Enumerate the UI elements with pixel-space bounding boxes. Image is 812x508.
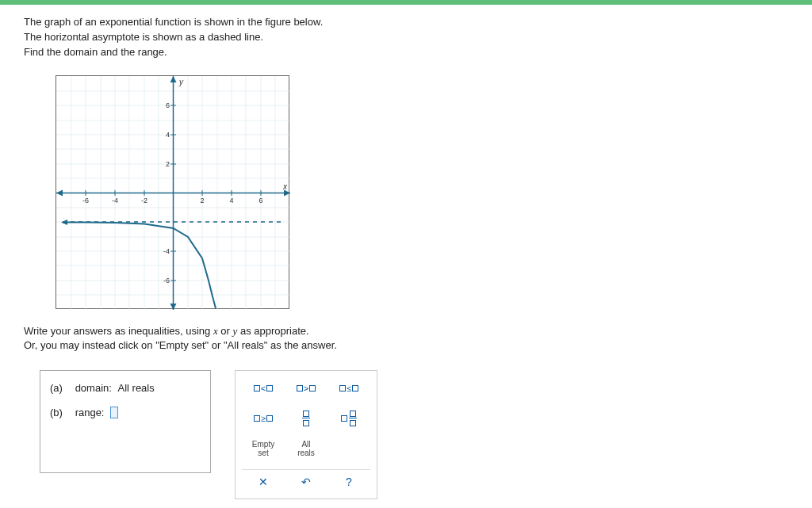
key-greater-than[interactable]: >: [287, 379, 325, 398]
key-spacer: [330, 439, 368, 458]
help-icon: ?: [346, 476, 352, 488]
svg-text:6: 6: [259, 197, 262, 204]
math-keypad: < > ≤ ≥ Empty set All reals: [235, 370, 377, 499]
clear-icon: ✕: [259, 476, 268, 488]
range-input[interactable]: [110, 407, 118, 418]
svg-text:-2: -2: [141, 197, 147, 204]
svg-text:4: 4: [166, 131, 170, 139]
instr-frag-2: or: [218, 325, 233, 337]
graph-figure: -6-4-2246 642-4-6 y x: [56, 75, 289, 309]
part-b-label: (b): [50, 407, 72, 418]
problem-line-1: The graph of an exponential function is …: [24, 16, 788, 29]
svg-marker-32: [170, 76, 177, 82]
svg-text:-4: -4: [163, 247, 170, 255]
keypad-row-2: ≥: [242, 409, 370, 428]
graph-svg: -6-4-2246 642-4-6 y x: [56, 76, 290, 310]
svg-text:6: 6: [166, 101, 170, 109]
part-a-label: (a): [50, 382, 72, 394]
answer-row-a: (a) domain: All reals: [50, 382, 201, 394]
content-area: The graph of an exponential function is …: [0, 5, 812, 508]
domain-value[interactable]: All reals: [118, 382, 155, 394]
key-mixed-fraction[interactable]: [330, 409, 368, 428]
svg-text:2: 2: [166, 160, 170, 168]
key-all-reals[interactable]: All reals: [287, 439, 325, 458]
answer-area: (a) domain: All reals (b) range: < > ≤ ≥: [40, 370, 788, 499]
instr-frag-3: as appropriate.: [237, 325, 308, 337]
svg-text:y: y: [178, 78, 184, 86]
key-less-equal[interactable]: ≤: [330, 379, 368, 398]
empty-set-l1: Empty: [252, 440, 274, 449]
key-fraction[interactable]: [287, 409, 325, 428]
keypad-divider: [242, 469, 370, 470]
key-greater-equal[interactable]: ≥: [244, 409, 282, 428]
instruction-line-2: Or, you may instead click on "Empty set"…: [24, 339, 788, 351]
svg-marker-31: [56, 189, 63, 196]
problem-line-3: Find the domain and the range.: [24, 46, 788, 59]
problem-statement: The graph of an exponential function is …: [24, 16, 788, 59]
undo-icon: ↶: [301, 476, 311, 488]
range-label: range:: [75, 407, 105, 418]
answer-panel: (a) domain: All reals (b) range:: [40, 370, 211, 473]
domain-label: domain:: [75, 382, 112, 394]
svg-marker-59: [61, 220, 67, 225]
instruction-line-1: Write your answers as inequalities, usin…: [24, 325, 788, 338]
svg-text:-6: -6: [163, 277, 170, 285]
svg-text:2: 2: [200, 197, 204, 204]
svg-marker-33: [170, 304, 177, 310]
answer-row-b: (b) range:: [50, 407, 201, 418]
problem-line-2: The horizontal asymptote is shown as a d…: [24, 31, 788, 44]
all-reals-l1: All: [301, 440, 310, 449]
undo-button[interactable]: ↶: [290, 473, 322, 491]
all-reals-l2: reals: [297, 449, 315, 457]
key-less-than[interactable]: <: [244, 379, 282, 398]
help-button[interactable]: ?: [333, 473, 365, 491]
key-empty-set[interactable]: Empty set: [244, 439, 282, 458]
empty-set-l2: set: [258, 449, 268, 457]
instr-frag-1: Write your answers as inequalities, usin…: [24, 325, 213, 337]
keypad-action-row: ✕ ↶ ?: [242, 472, 370, 491]
svg-text:-4: -4: [112, 197, 118, 204]
instructions: Write your answers as inequalities, usin…: [24, 325, 788, 351]
svg-text:-6: -6: [82, 197, 89, 204]
clear-button[interactable]: ✕: [247, 473, 279, 491]
svg-text:4: 4: [229, 197, 233, 204]
svg-text:x: x: [282, 182, 288, 191]
keypad-row-1: < > ≤: [242, 379, 370, 398]
keypad-row-3: Empty set All reals: [242, 439, 370, 458]
